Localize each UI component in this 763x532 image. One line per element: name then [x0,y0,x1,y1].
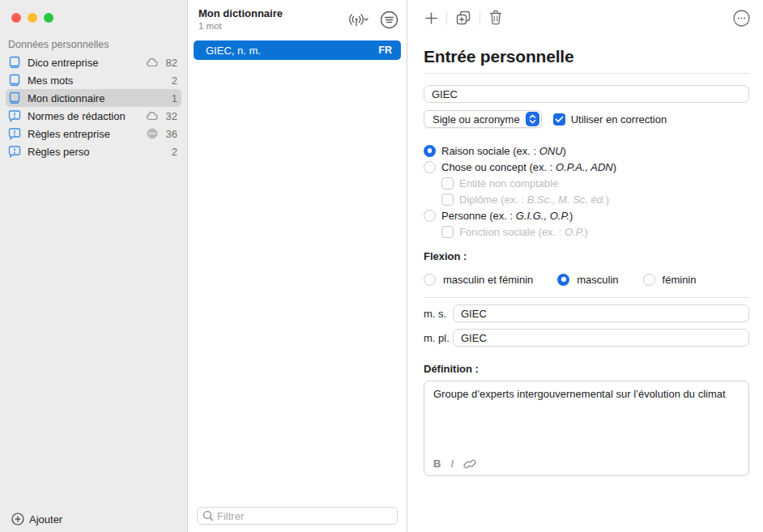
bold-button[interactable]: B [433,458,441,470]
definition-format-toolbar: B I [433,458,476,470]
sidebar-item-label: Mon dictionnaire [28,92,145,104]
flexion-option-label: masculin [577,274,618,286]
type-options-group: Raison sociale (ex. : ONU) Chose ou conc… [424,143,749,240]
item-count: 32 [163,110,177,122]
sidebar-item-label: Normes de rédaction [28,110,145,122]
sidebar-list: Dico entreprise 82 Mes mots 2 Mon dictio… [0,53,187,160]
flexion-divider [424,297,749,298]
book-icon [8,74,22,87]
flexion-option-label: féminin [663,274,697,286]
link-button[interactable] [463,458,476,470]
use-in-correction-checkbox[interactable]: Utiliser en correction [553,113,667,126]
item-count: 2 [163,74,177,87]
radio-selected-icon[interactable] [557,274,569,286]
minimize-window-button[interactable] [28,13,37,23]
definition-textarea[interactable]: Groupe d’experts intergouvernemental sur… [424,381,749,476]
checkbox-unchecked-icon [441,194,454,206]
checkbox-unchecked-icon [441,177,454,189]
window-controls [0,0,187,23]
definition-section-label: Définition : [424,363,749,375]
category-select-value: Sigle ou acronyme [433,113,520,126]
sidebar-item-normes-redaction[interactable]: Normes de rédaction 32 [6,107,181,125]
more-options-button[interactable] [733,10,750,27]
delete-entry-button[interactable] [488,10,503,26]
entry-detail-panel: Entrée personnelle Sigle ou acronyme Uti… [407,0,763,532]
masculine-plural-input[interactable] [453,329,749,347]
type-option-diplome: Diplôme (ex. : B.Sc., M. Sc. éd.) [424,191,749,207]
language-badge: FR [378,45,392,56]
use-in-correction-label: Utiliser en correction [571,113,667,126]
sync-broadcast-button[interactable] [347,12,369,28]
radio-selected-icon [424,145,436,157]
radio-unselected-icon [424,210,436,222]
cloud-icon [145,57,160,67]
sidebar: Données personnelles Dico entreprise 82 … [0,0,188,532]
plus-circle-icon [11,513,24,526]
category-select[interactable]: Sigle ou acronyme [424,110,542,128]
toolbar-separator [446,11,447,25]
rules-bubble-icon [8,127,22,141]
sort-filter-button[interactable] [380,11,399,29]
type-option-raison-sociale[interactable]: Raison sociale (ex. : ONU) [424,143,749,159]
cloud-icon [145,111,160,121]
flexion-options-group: masculin et féminin masculin féminin [424,271,749,287]
word-input[interactable] [424,85,749,103]
radio-unselected-icon[interactable] [643,274,655,286]
flexion-section-label: Flexion : [424,250,749,262]
type-option-chose-ou-concept[interactable]: Chose ou concept (ex. : O.P.A., ADN) [424,159,749,175]
syncing-ellipsis-icon [145,128,160,139]
entry-list-item-giec[interactable]: GIEC, n. m. FR [194,40,401,60]
toolbar-separator [480,11,480,25]
filter-input[interactable] [217,510,392,522]
filter-field[interactable] [197,507,398,525]
page-title: Entrée personnelle [424,47,749,66]
item-count: 36 [163,128,177,140]
close-window-button[interactable] [11,13,21,23]
item-count: 2 [163,146,177,158]
radio-unselected-icon [424,161,436,173]
italic-button[interactable]: I [449,458,455,470]
sidebar-section-title: Données personnelles [0,23,187,53]
type-option-entite-non-comptable: Entité non comptable [424,175,749,191]
sidebar-item-label: Mes mots [28,74,145,87]
sidebar-item-mon-dictionnaire[interactable]: Mon dictionnaire 1 [6,89,181,107]
sidebar-item-label: Règles perso [28,146,145,158]
app-window: Données personnelles Dico entreprise 82 … [0,0,763,532]
popup-stepper-icon [526,112,539,126]
flexion-option-label: masculin et féminin [443,274,533,286]
search-icon [202,510,214,521]
sidebar-item-mes-mots[interactable]: Mes mots 2 [6,71,181,89]
list-header: Mon dictionnaire 1 mot [188,0,407,36]
sidebar-item-label: Règles entreprise [28,128,145,140]
entry-label: GIEC, n. m. [206,45,378,57]
radio-unselected-icon[interactable] [424,274,436,286]
sidebar-item-regles-entreprise[interactable]: Règles entreprise 36 [6,125,181,143]
plural-label: m. pl. [424,332,453,344]
add-entry-button[interactable] [424,11,438,25]
item-count: 1 [163,92,177,104]
duplicate-entry-button[interactable] [455,10,471,26]
masculine-singular-input[interactable] [453,304,749,322]
add-list-button[interactable]: Ajouter [11,513,62,526]
sidebar-item-regles-perso[interactable]: Règles perso 2 [6,143,181,160]
book-icon [8,92,22,105]
book-icon [8,56,22,70]
title-divider [424,73,749,74]
entry-list: GIEC, n. m. FR [188,36,407,65]
add-list-label: Ajouter [29,513,62,526]
list-title: Mon dictionnaire [198,7,347,19]
zoom-window-button[interactable] [44,13,53,23]
singular-label: m. s. [424,308,453,320]
rules-bubble-icon [8,145,22,159]
type-option-personne[interactable]: Personne (ex. : G.I.G., O.P.) [424,207,749,223]
sidebar-item-dico-entreprise[interactable]: Dico entreprise 82 [6,53,181,71]
checkbox-unchecked-icon [441,226,454,238]
item-count: 82 [163,57,177,69]
checkbox-checked-icon [553,113,565,126]
sidebar-item-label: Dico entreprise [28,57,145,69]
word-count: 1 mot [198,21,347,31]
rules-bubble-icon [8,109,22,123]
word-list-panel: Mon dictionnaire 1 mot GIEC, n. m. FR [188,0,407,532]
detail-toolbar [407,0,763,36]
definition-text: Groupe d’experts intergouvernemental sur… [433,388,726,400]
